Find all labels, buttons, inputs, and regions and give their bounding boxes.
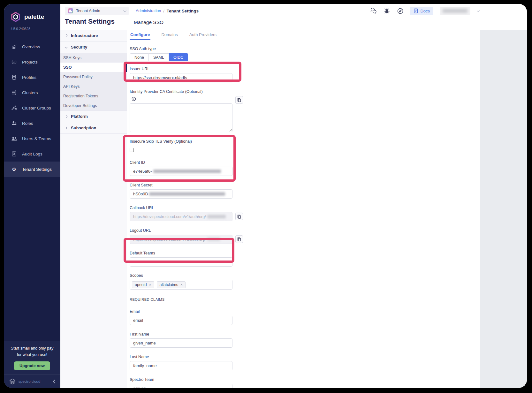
- scope-chip-label: openid: [135, 283, 147, 287]
- sso-auth-type-field: SSO Auth type None SAML OIDC: [130, 47, 480, 61]
- docs-button[interactable]: Docs: [410, 7, 433, 15]
- logout-url-label: Logout URL: [130, 228, 480, 233]
- docs-label: Docs: [420, 9, 430, 13]
- nav-item-password-policy[interactable]: Password Policy: [60, 72, 127, 82]
- top-header: Tenant Admin Administration / Tenant Set…: [60, 4, 527, 30]
- scopes-label: Scopes: [130, 273, 480, 278]
- info-icon[interactable]: [132, 97, 136, 101]
- last-name-claim-input[interactable]: [130, 361, 232, 370]
- skip-tls-checkbox[interactable]: [130, 148, 134, 152]
- client-id-input[interactable]: e74e5af6-: [130, 167, 232, 176]
- sidebar-item-label: Cluster Groups: [22, 106, 51, 110]
- default-teams-input[interactable]: [130, 257, 232, 267]
- sidebar-item-cluster-groups[interactable]: Cluster Groups: [4, 100, 60, 116]
- nav-group-security[interactable]: Security: [60, 41, 127, 53]
- client-secret-visible-value: hS0o9B: [133, 192, 148, 196]
- client-secret-input[interactable]: hS0o9B: [130, 189, 232, 199]
- copy-callback-url-button[interactable]: [235, 213, 243, 220]
- sidebar-item-projects[interactable]: Projects: [4, 54, 60, 70]
- spectro-cloud-logo-icon: [9, 378, 16, 385]
- breadcrumb-separator: /: [163, 9, 164, 13]
- nav-group-platform[interactable]: Platform: [60, 110, 127, 122]
- nav-item-ssh-keys[interactable]: SSH Keys: [60, 53, 127, 63]
- brand-logo: palette: [4, 4, 60, 22]
- nav-group-subscription[interactable]: Subscription: [60, 122, 127, 133]
- docs-icon: [414, 8, 418, 13]
- upgrade-now-button[interactable]: Upgrade now: [14, 361, 50, 370]
- auth-type-oidc-button[interactable]: OIDC: [169, 53, 188, 61]
- first-name-claim-input[interactable]: [130, 338, 232, 348]
- users-teams-icon: [11, 135, 17, 142]
- sidebar-item-label: Clusters: [22, 90, 38, 95]
- user-menu-chevron-icon[interactable]: [477, 9, 480, 12]
- email-claim-input[interactable]: [130, 316, 232, 325]
- breadcrumb: Administration / Tenant Settings: [136, 9, 199, 13]
- sidebar-item-label: Overview: [22, 44, 40, 49]
- workspace-icon: [68, 8, 73, 13]
- first-name-claim-field: First Name: [130, 332, 480, 348]
- overview-icon: [11, 43, 17, 50]
- compass-icon[interactable]: [397, 7, 404, 14]
- copy-ca-certificate-button[interactable]: [235, 96, 243, 104]
- nav-item-label: SSH Keys: [63, 56, 81, 60]
- chevron-right-icon: [65, 34, 67, 37]
- chevron-right-icon: [65, 126, 67, 129]
- logout-url-visible-value: https://dev.spectrocloud.com/v1/auth/org…: [133, 237, 206, 242]
- auth-type-none-button[interactable]: None: [130, 53, 149, 61]
- client-secret-field: Client Secret hS0o9B: [130, 183, 480, 199]
- auth-type-saml-button[interactable]: SAML: [149, 53, 169, 61]
- client-id-label: Client ID: [130, 160, 480, 165]
- brand-name: palette: [24, 13, 44, 20]
- sidebar-item-profiles[interactable]: Profiles: [4, 70, 60, 85]
- sidebar-item-label: Profiles: [22, 75, 36, 80]
- sidebar-item-label: Projects: [22, 60, 38, 64]
- nav-item-api-keys[interactable]: API Keys: [60, 82, 127, 91]
- copy-logout-url-button[interactable]: [235, 235, 243, 243]
- security-children: SSH Keys SSO Password Policy API Keys Re…: [60, 53, 127, 110]
- sso-auth-type-label: SSO Auth type: [130, 47, 480, 51]
- scope-chip-allatclaims: allatclaims ×: [157, 281, 186, 288]
- first-name-claim-label: First Name: [130, 332, 480, 336]
- chevron-down-icon: [65, 46, 67, 48]
- sidebar-item-label: Audit Logs: [22, 152, 42, 156]
- content-column: Tenant Admin Administration / Tenant Set…: [60, 4, 527, 388]
- sidebar-item-tenant-settings[interactable]: ⚙ Tenant Settings: [4, 162, 60, 177]
- user-menu[interactable]: [440, 7, 470, 15]
- nav-item-sso[interactable]: SSO: [60, 63, 127, 72]
- user-name-redacted: [443, 9, 467, 13]
- sidebar-item-roles[interactable]: Roles: [4, 116, 60, 131]
- remove-scope-icon[interactable]: ×: [180, 283, 183, 287]
- tab-domains[interactable]: Domains: [161, 30, 178, 40]
- nav-item-registration-tokens[interactable]: Registration Tokens: [60, 91, 127, 101]
- spectro-team-claim-input[interactable]: [130, 384, 232, 388]
- sidebar-item-overview[interactable]: Overview: [4, 39, 60, 54]
- ca-certificate-textarea[interactable]: [130, 103, 232, 132]
- tab-configure[interactable]: Configure: [130, 30, 150, 40]
- nav-item-developer-settings[interactable]: Developer Settings: [60, 101, 127, 110]
- scopes-input[interactable]: openid × allatclaims ×: [130, 280, 232, 290]
- palette-logo-icon: [10, 11, 21, 22]
- nav-item-label: Password Policy: [63, 75, 93, 79]
- default-teams-label: Default Teams: [130, 251, 480, 255]
- nav-group-label: Subscription: [71, 125, 96, 130]
- sidebar-collapse-icon[interactable]: [53, 380, 56, 383]
- header-row-title: Tenant Settings Manage SSO: [60, 16, 527, 30]
- bug-report-icon[interactable]: [383, 7, 390, 14]
- ca-certificate-field: Identity Provider CA Certificate (Option…: [130, 89, 480, 132]
- sidebar-item-clusters[interactable]: Clusters: [4, 85, 60, 100]
- sidebar-item-label: Roles: [22, 121, 33, 126]
- app-window: palette 4.5.0-240628 Overview: [4, 4, 527, 388]
- sidebar-item-audit-logs[interactable]: Audit Logs: [4, 146, 60, 162]
- remove-scope-icon[interactable]: ×: [149, 283, 151, 287]
- tab-auth-providers[interactable]: Auth Providers: [189, 30, 217, 40]
- scopes-field: Scopes openid × allatclaims ×: [130, 273, 480, 290]
- roles-icon: [11, 120, 17, 126]
- nav-group-infrastructure[interactable]: Infrastructure: [60, 30, 127, 41]
- workspace-selector[interactable]: Tenant Admin: [65, 7, 129, 15]
- sidebar-item-users-teams[interactable]: Users & Teams: [4, 131, 60, 146]
- issuer-url-field: Issuer URL: [130, 67, 480, 82]
- chat-icon[interactable]: [370, 7, 377, 14]
- issuer-url-input[interactable]: [130, 73, 232, 82]
- breadcrumb-administration[interactable]: Administration: [136, 9, 161, 13]
- ca-certificate-label: Identity Provider CA Certificate (Option…: [130, 89, 480, 94]
